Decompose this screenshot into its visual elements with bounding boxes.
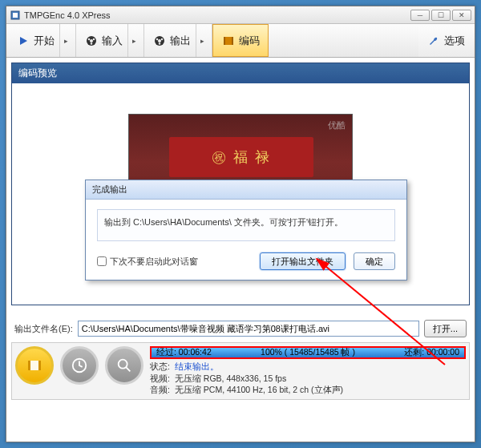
minimize-button[interactable]: ─ [410,10,430,21]
open-folder-button[interactable]: 打开输出文件夹 [260,252,346,270]
watermark: 优酷 [328,119,346,131]
dropdown-icon[interactable]: ▸ [59,24,67,57]
svg-point-7 [91,42,92,44]
filmstrip-icon [221,34,236,48]
svg-rect-1 [13,13,18,18]
output-path-row: 输出文件名(E): 打开... [11,320,470,337]
toolbar-encode[interactable]: 编码 [212,24,269,57]
status-value: 结束输出。 [175,361,219,373]
video-info: 无压缩 RGB, 448x336, 15 fps [175,373,286,385]
dialog-title[interactable]: 完成输出 [86,180,406,200]
dialog-message: 输出到 C:\Users\HA\Documents\ 文件夹。可按'打开'钮打开… [97,209,395,241]
svg-rect-15 [232,37,233,45]
dropdown-icon[interactable]: ▸ [127,24,135,57]
window-title: TMPGEnc 4.0 XPress [24,10,410,20]
open-output-button[interactable]: 打开... [424,320,467,337]
svg-rect-17 [28,361,30,370]
toolbar-output[interactable]: 输出 ▸ [144,24,212,57]
svg-rect-14 [224,37,225,45]
audio-info: 无压缩 PCM, 44100 Hz, 16 bit, 2 ch (立体声) [175,384,343,396]
wrench-icon [426,34,441,48]
svg-point-12 [159,42,160,44]
titlebar[interactable]: TMPGEnc 4.0 XPress ─ ☐ ✕ [6,6,475,24]
completion-dialog: 完成输出 输出到 C:\Users\HA\Documents\ 文件夹。可按'打… [85,180,407,281]
dont-show-again[interactable]: 下次不要启动此对话窗 [97,256,252,268]
maximize-button[interactable]: ☐ [431,10,451,21]
svg-point-11 [161,38,163,39]
encode-start-button[interactable] [15,346,54,385]
svg-point-4 [90,39,93,42]
output-path-input[interactable] [78,321,419,337]
dont-show-checkbox[interactable] [97,256,107,266]
toolbar-start[interactable]: 开始 ▸ [8,24,76,57]
reel-icon [84,34,99,48]
ok-button[interactable]: 确定 [354,252,395,270]
svg-point-10 [156,38,158,39]
svg-rect-18 [38,361,41,370]
play-icon [16,34,30,48]
svg-line-21 [126,367,131,372]
preview-zoom-button[interactable] [105,346,143,385]
close-button[interactable]: ✕ [452,10,471,21]
progress-bar: 经过: 00:06:42 100% ( 15485/15485 帧 ) 还剩: … [150,346,466,359]
bottom-bar: 经过: 00:06:42 100% ( 15485/15485 帧 ) 还剩: … [11,342,470,400]
app-icon [10,10,21,21]
svg-marker-2 [20,37,27,45]
output-label: 输出文件名(E): [14,323,73,335]
svg-point-6 [93,38,95,39]
toolbar-options[interactable]: 选项 [418,24,473,57]
main-toolbar: 开始 ▸ 输入 ▸ 输出 ▸ 编码 选项 [6,24,475,58]
toolbar-input[interactable]: 输入 ▸ [76,24,144,57]
svg-point-9 [158,39,161,42]
preview-header: 编码预览 [12,63,469,83]
dropdown-icon[interactable]: ▸ [196,24,204,57]
pause-button[interactable] [60,346,99,385]
svg-point-5 [88,38,90,39]
reel-icon [152,34,167,48]
